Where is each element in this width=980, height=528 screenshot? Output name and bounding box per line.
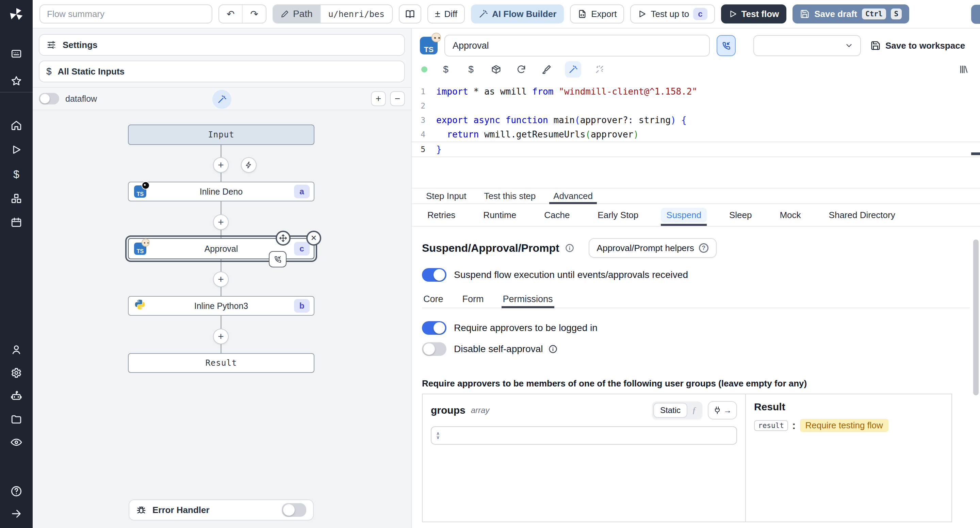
subtab-sleep[interactable]: Sleep [724, 204, 757, 226]
tab-form[interactable]: Form [461, 291, 485, 307]
test-flow-button[interactable]: Test flow [721, 5, 787, 24]
suspend-enable-toggle[interactable] [422, 268, 447, 282]
deploy-button-partial[interactable] [971, 5, 980, 24]
save-to-workspace-button[interactable]: Save to workspace [870, 40, 965, 51]
subtab-retries[interactable]: Retries [422, 204, 461, 226]
step-node-b[interactable]: Inline Python3 b [128, 296, 314, 316]
groups-note: Require approvers to be members of one o… [422, 378, 970, 389]
graph-toolbar-row: dataflow + − [33, 87, 411, 110]
add-step-button[interactable]: + [213, 329, 229, 344]
variables-dollar-icon[interactable]: $ [439, 63, 453, 76]
pencil-icon [281, 10, 289, 18]
save-draft-button[interactable]: Save draft Ctrl S [792, 5, 909, 24]
require-login-toggle[interactable] [422, 321, 447, 335]
diff-button[interactable]: ± Diff [427, 5, 465, 24]
add-trigger-button[interactable] [241, 157, 256, 173]
groups-array-input[interactable]: ∧∨ [431, 426, 737, 445]
format-brush-icon[interactable] [540, 63, 553, 76]
save-draft-label: Save draft [814, 9, 857, 19]
panel-scrollbar[interactable] [973, 240, 978, 395]
input-node[interactable]: Input [128, 124, 314, 145]
error-handler-card[interactable]: Error Handler [129, 499, 314, 520]
workers-robot-icon[interactable] [8, 387, 25, 405]
connect-input-button[interactable]: → [708, 401, 737, 420]
static-mode-button[interactable]: Static [653, 403, 687, 418]
dollar-icon: $ [46, 66, 52, 77]
code-line[interactable]: 4 return wmill.getResumeUrls(approver) [412, 127, 980, 142]
error-handler-toggle[interactable] [282, 503, 306, 517]
windmill-logo-icon[interactable] [8, 5, 25, 23]
flow-summary-input[interactable] [40, 5, 212, 24]
ai-wand-off-icon[interactable] [593, 63, 606, 76]
subtab-early-stop[interactable]: Early Stop [592, 204, 644, 226]
add-step-button[interactable]: + [213, 272, 229, 287]
dataflow-label: dataflow [65, 94, 97, 104]
code-line[interactable]: 2 [412, 99, 980, 113]
javascript-mode-button[interactable]: ƒ [687, 405, 701, 415]
apps-icon[interactable] [8, 45, 25, 63]
undo-button[interactable]: ↶ [219, 5, 242, 23]
ai-flow-builder-button[interactable]: AI Flow Builder [471, 5, 564, 24]
home-icon[interactable] [8, 116, 25, 134]
subtab-mock[interactable]: Mock [774, 204, 806, 226]
tab-permissions[interactable]: Permissions [501, 291, 554, 307]
ai-wand-icon[interactable] [565, 61, 581, 78]
chevron-down-icon [845, 41, 853, 50]
subtab-runtime[interactable]: Runtime [478, 204, 522, 226]
delete-step-button[interactable]: ✕ [306, 231, 321, 246]
diff-icon: ± [435, 8, 440, 19]
template-select[interactable] [753, 35, 861, 56]
reload-icon[interactable] [514, 63, 528, 76]
schedules-icon[interactable] [8, 214, 25, 231]
all-static-inputs-card[interactable]: $ All Static Inputs [39, 60, 405, 82]
move-step-button[interactable] [275, 231, 291, 246]
docs-book-button[interactable] [399, 5, 421, 24]
ai-graph-wand-button[interactable] [212, 90, 231, 109]
code-editor[interactable]: 1import * as wmill from "windmill-client… [412, 78, 980, 188]
folders-icon[interactable] [8, 410, 25, 428]
collapse-arrow-icon[interactable] [8, 505, 25, 523]
suspend-phone-button[interactable] [717, 35, 736, 56]
flow-graph-canvas[interactable]: Input + TS Inline Deno a + TS Approval c… [33, 110, 411, 528]
tab-advanced[interactable]: Advanced [549, 188, 597, 204]
test-up-to-button[interactable]: Test up to c [630, 5, 714, 24]
subtab-suspend[interactable]: Suspend [661, 204, 707, 226]
tab-core[interactable]: Core [422, 291, 445, 307]
tab-step-input[interactable]: Step Input [422, 188, 471, 204]
code-line[interactable]: 5} [412, 142, 980, 157]
tab-test-this-step[interactable]: Test this step [480, 188, 540, 204]
variables-icon[interactable]: $ [8, 165, 25, 183]
code-line[interactable]: 1import * as wmill from "windmill-client… [412, 84, 980, 99]
approval-prompt-helpers-button[interactable]: Approval/Prompt helpers ? [589, 238, 717, 258]
settings-gear-icon[interactable] [8, 364, 25, 382]
help-icon[interactable] [8, 482, 25, 500]
zoom-out-button[interactable]: − [390, 91, 405, 106]
disable-self-approval-toggle[interactable] [422, 342, 447, 356]
step-name-input[interactable] [444, 35, 710, 56]
step-node-c-selected[interactable]: TS Approval c ✕ [128, 238, 314, 259]
audit-eye-icon[interactable] [8, 433, 25, 451]
result-node[interactable]: Result [128, 353, 314, 373]
add-step-button[interactable]: + [213, 157, 229, 173]
code-line[interactable]: 3export async function main(approver?: s… [412, 113, 980, 127]
package-icon[interactable] [489, 63, 503, 76]
dataflow-toggle[interactable] [39, 93, 59, 105]
export-button[interactable]: Export [570, 5, 624, 24]
runs-icon[interactable] [8, 141, 25, 159]
step-node-a[interactable]: TS Inline Deno a [128, 182, 314, 201]
resources-dollar-icon[interactable]: $ [464, 63, 478, 76]
users-icon[interactable] [8, 341, 25, 359]
result-key-chip[interactable]: result [754, 420, 788, 431]
path-button[interactable]: Path [273, 5, 320, 23]
flow-settings-card[interactable]: Settings [39, 34, 405, 56]
library-icon[interactable] [957, 63, 970, 76]
redo-button[interactable]: ↷ [242, 5, 266, 23]
add-step-button[interactable]: + [213, 214, 229, 230]
resources-icon[interactable] [8, 190, 25, 208]
step-header: TS Save to workspace [412, 29, 980, 60]
subtab-cache[interactable]: Cache [539, 204, 575, 226]
zoom-in-button[interactable]: + [371, 91, 386, 106]
path-value[interactable]: u/henri/bes [320, 5, 392, 23]
favorites-star-icon[interactable] [8, 72, 25, 90]
subtab-shared-directory[interactable]: Shared Directory [824, 204, 901, 226]
